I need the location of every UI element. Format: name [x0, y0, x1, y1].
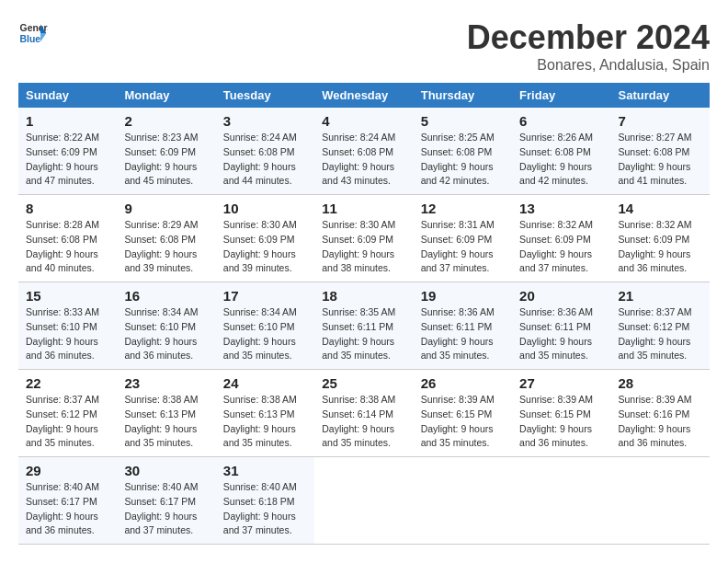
- day-number: 8: [26, 201, 109, 216]
- day-info: Sunrise: 8:22 AMSunset: 6:09 PMDaylight:…: [26, 132, 99, 186]
- calendar-day-cell: 9Sunrise: 8:29 AMSunset: 6:08 PMDaylight…: [117, 195, 215, 282]
- day-info: Sunrise: 8:39 AMSunset: 6:15 PMDaylight:…: [519, 394, 593, 448]
- calendar-day-cell: 15Sunrise: 8:33 AMSunset: 6:10 PMDayligh…: [18, 282, 117, 370]
- day-info: Sunrise: 8:27 AMSunset: 6:08 PMDaylight:…: [619, 132, 692, 186]
- day-number: 19: [421, 288, 505, 304]
- day-number: 5: [421, 113, 505, 129]
- calendar-day-cell: [512, 457, 610, 545]
- day-number: 10: [223, 201, 307, 216]
- day-number: 12: [421, 201, 505, 216]
- calendar-day-cell: 4Sunrise: 8:24 AMSunset: 6:08 PMDaylight…: [314, 108, 413, 195]
- svg-text:Blue: Blue: [20, 34, 41, 44]
- day-number: 1: [26, 113, 109, 129]
- calendar-week-row: 15Sunrise: 8:33 AMSunset: 6:10 PMDayligh…: [18, 282, 710, 370]
- day-number: 26: [421, 375, 505, 391]
- day-number: 29: [26, 463, 109, 478]
- calendar-table: SundayMondayTuesdayWednesdayThursdayFrid…: [18, 83, 710, 545]
- calendar-day-cell: 6Sunrise: 8:26 AMSunset: 6:08 PMDaylight…: [512, 108, 610, 195]
- calendar-day-cell: 1Sunrise: 8:22 AMSunset: 6:09 PMDaylight…: [18, 108, 117, 195]
- day-info: Sunrise: 8:32 AMSunset: 6:09 PMDaylight:…: [619, 219, 692, 273]
- weekday-header-cell: Monday: [117, 83, 215, 108]
- day-number: 14: [619, 201, 702, 216]
- day-number: 27: [519, 375, 603, 391]
- calendar-day-cell: [611, 457, 710, 545]
- day-number: 7: [619, 113, 702, 129]
- weekday-header-row: SundayMondayTuesdayWednesdayThursdayFrid…: [18, 83, 710, 108]
- day-info: Sunrise: 8:34 AMSunset: 6:10 PMDaylight:…: [223, 306, 297, 361]
- day-info: Sunrise: 8:38 AMSunset: 6:14 PMDaylight:…: [322, 394, 395, 448]
- calendar-day-cell: 25Sunrise: 8:38 AMSunset: 6:14 PMDayligh…: [314, 370, 413, 457]
- calendar-day-cell: 17Sunrise: 8:34 AMSunset: 6:10 PMDayligh…: [216, 282, 314, 370]
- day-info: Sunrise: 8:37 AMSunset: 6:12 PMDaylight:…: [26, 394, 99, 448]
- day-number: 16: [124, 288, 208, 304]
- day-number: 30: [124, 463, 208, 478]
- calendar-day-cell: 11Sunrise: 8:30 AMSunset: 6:09 PMDayligh…: [314, 195, 413, 282]
- calendar-day-cell: 2Sunrise: 8:23 AMSunset: 6:09 PMDaylight…: [117, 108, 215, 195]
- calendar-day-cell: 30Sunrise: 8:40 AMSunset: 6:17 PMDayligh…: [117, 457, 215, 545]
- calendar-day-cell: 28Sunrise: 8:39 AMSunset: 6:16 PMDayligh…: [611, 370, 710, 457]
- day-info: Sunrise: 8:25 AMSunset: 6:08 PMDaylight:…: [421, 132, 495, 186]
- calendar-day-cell: 18Sunrise: 8:35 AMSunset: 6:11 PMDayligh…: [314, 282, 413, 370]
- day-info: Sunrise: 8:39 AMSunset: 6:16 PMDaylight:…: [619, 394, 692, 448]
- day-number: 2: [124, 113, 208, 129]
- day-info: Sunrise: 8:31 AMSunset: 6:09 PMDaylight:…: [421, 219, 495, 273]
- title-area: December 2024 Bonares, Andalusia, Spain: [467, 18, 710, 74]
- calendar-day-cell: 5Sunrise: 8:25 AMSunset: 6:08 PMDaylight…: [414, 108, 512, 195]
- calendar-day-cell: 8Sunrise: 8:28 AMSunset: 6:08 PMDaylight…: [18, 195, 117, 282]
- calendar-week-row: 29Sunrise: 8:40 AMSunset: 6:17 PMDayligh…: [18, 457, 710, 545]
- day-number: 20: [519, 288, 603, 304]
- logo: General Blue: [18, 18, 48, 48]
- day-info: Sunrise: 8:24 AMSunset: 6:08 PMDaylight:…: [322, 132, 395, 186]
- day-info: Sunrise: 8:40 AMSunset: 6:17 PMDaylight:…: [26, 481, 99, 535]
- day-number: 17: [223, 288, 307, 304]
- calendar-day-cell: 24Sunrise: 8:38 AMSunset: 6:13 PMDayligh…: [216, 370, 314, 457]
- calendar-day-cell: 26Sunrise: 8:39 AMSunset: 6:15 PMDayligh…: [414, 370, 512, 457]
- day-info: Sunrise: 8:26 AMSunset: 6:08 PMDaylight:…: [519, 132, 593, 186]
- day-info: Sunrise: 8:39 AMSunset: 6:15 PMDaylight:…: [421, 394, 495, 448]
- weekday-header-cell: Saturday: [611, 83, 710, 108]
- weekday-header-cell: Sunday: [18, 83, 117, 108]
- day-number: 15: [26, 288, 109, 304]
- calendar-day-cell: 29Sunrise: 8:40 AMSunset: 6:17 PMDayligh…: [18, 457, 117, 545]
- calendar-day-cell: 23Sunrise: 8:38 AMSunset: 6:13 PMDayligh…: [117, 370, 215, 457]
- calendar-day-cell: 3Sunrise: 8:24 AMSunset: 6:08 PMDaylight…: [216, 108, 314, 195]
- day-info: Sunrise: 8:24 AMSunset: 6:08 PMDaylight:…: [223, 132, 297, 186]
- weekday-header-cell: Friday: [512, 83, 610, 108]
- calendar-day-cell: [314, 457, 413, 545]
- weekday-header-cell: Wednesday: [314, 83, 413, 108]
- calendar-week-row: 22Sunrise: 8:37 AMSunset: 6:12 PMDayligh…: [18, 370, 710, 457]
- calendar-week-row: 8Sunrise: 8:28 AMSunset: 6:08 PMDaylight…: [18, 195, 710, 282]
- day-info: Sunrise: 8:38 AMSunset: 6:13 PMDaylight:…: [124, 394, 198, 448]
- day-number: 18: [322, 288, 405, 304]
- calendar-day-cell: 16Sunrise: 8:34 AMSunset: 6:10 PMDayligh…: [117, 282, 215, 370]
- day-info: Sunrise: 8:35 AMSunset: 6:11 PMDaylight:…: [322, 306, 395, 361]
- day-number: 13: [519, 201, 603, 216]
- calendar-week-row: 1Sunrise: 8:22 AMSunset: 6:09 PMDaylight…: [18, 108, 710, 195]
- day-info: Sunrise: 8:36 AMSunset: 6:11 PMDaylight:…: [519, 306, 593, 361]
- day-info: Sunrise: 8:40 AMSunset: 6:18 PMDaylight:…: [223, 481, 297, 535]
- weekday-header-cell: Tuesday: [216, 83, 314, 108]
- svg-marker-3: [40, 33, 46, 42]
- day-number: 21: [619, 288, 702, 304]
- day-number: 22: [26, 375, 109, 391]
- day-info: Sunrise: 8:38 AMSunset: 6:13 PMDaylight:…: [223, 394, 297, 448]
- day-info: Sunrise: 8:30 AMSunset: 6:09 PMDaylight:…: [223, 219, 297, 273]
- weekday-header-cell: Thursday: [414, 83, 512, 108]
- day-number: 3: [223, 113, 307, 129]
- day-info: Sunrise: 8:37 AMSunset: 6:12 PMDaylight:…: [619, 306, 692, 361]
- calendar-day-cell: 7Sunrise: 8:27 AMSunset: 6:08 PMDaylight…: [611, 108, 710, 195]
- calendar-day-cell: 10Sunrise: 8:30 AMSunset: 6:09 PMDayligh…: [216, 195, 314, 282]
- day-number: 9: [124, 201, 208, 216]
- day-number: 28: [619, 375, 702, 391]
- calendar-day-cell: 13Sunrise: 8:32 AMSunset: 6:09 PMDayligh…: [512, 195, 610, 282]
- day-number: 23: [124, 375, 208, 391]
- day-info: Sunrise: 8:29 AMSunset: 6:08 PMDaylight:…: [124, 219, 198, 273]
- month-title: December 2024: [467, 18, 710, 57]
- calendar-day-cell: 21Sunrise: 8:37 AMSunset: 6:12 PMDayligh…: [611, 282, 710, 370]
- calendar-day-cell: 12Sunrise: 8:31 AMSunset: 6:09 PMDayligh…: [414, 195, 512, 282]
- day-info: Sunrise: 8:33 AMSunset: 6:10 PMDaylight:…: [26, 306, 99, 361]
- day-info: Sunrise: 8:40 AMSunset: 6:17 PMDaylight:…: [124, 481, 198, 535]
- header: General Blue December 2024 Bonares, Anda…: [18, 18, 710, 74]
- calendar-day-cell: [414, 457, 512, 545]
- logo-icon: General Blue: [18, 18, 48, 48]
